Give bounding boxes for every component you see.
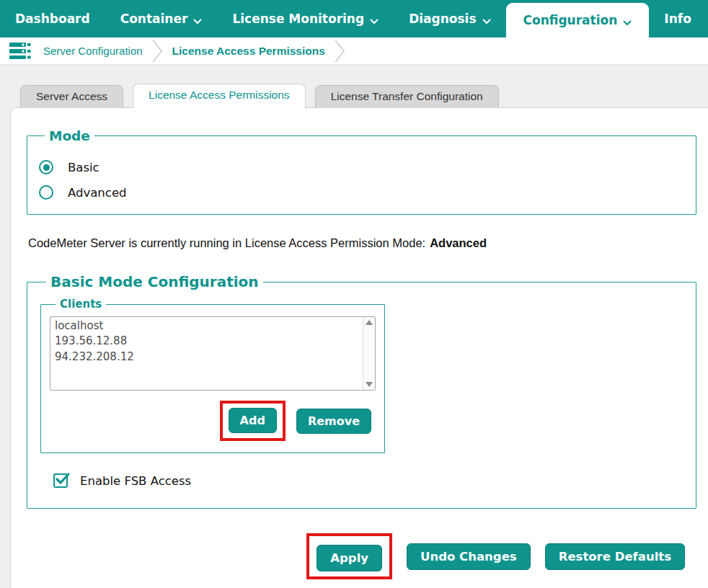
- breadcrumb-chevron-icon: [334, 39, 346, 63]
- highlight-box-add: Add: [220, 401, 286, 441]
- nav-item-dashboard[interactable]: Dashboard: [0, 0, 105, 37]
- content-area: Server Access License Access Permissions…: [0, 65, 708, 588]
- add-button[interactable]: Add: [229, 408, 277, 433]
- client-entry[interactable]: 193.56.12.88: [55, 334, 358, 349]
- client-entry[interactable]: 94.232.208.12: [55, 349, 358, 365]
- clients-fieldset: Clients localhost 193.56.12.88 94.232.20…: [40, 298, 385, 453]
- actions-row: Apply Undo Changes Restore Defaults: [27, 533, 696, 579]
- clients-legend: Clients: [56, 298, 106, 311]
- undo-changes-button[interactable]: Undo Changes: [407, 543, 531, 570]
- scroll-up-icon[interactable]: [366, 320, 373, 325]
- status-mode-value: Advanced: [430, 236, 487, 249]
- radio-basic-label: Basic: [68, 161, 99, 174]
- apply-button[interactable]: Apply: [317, 545, 382, 571]
- checkmark-icon: [55, 471, 72, 487]
- nav-item-label: License Monitoring: [232, 12, 364, 26]
- top-navbar: Dashboard Container License Monitoring D…: [0, 0, 708, 37]
- radio-advanced-label: Advanced: [68, 186, 127, 200]
- enable-fsb-access-label: Enable FSB Access: [80, 474, 191, 488]
- listbox-scrollbar[interactable]: [363, 317, 375, 390]
- tab-license-access-permissions[interactable]: License Access Permissions: [133, 84, 306, 108]
- radio-advanced[interactable]: [39, 185, 53, 200]
- nav-item-configuration[interactable]: Configuration: [506, 3, 650, 37]
- enable-fsb-access-checkbox[interactable]: [53, 473, 68, 488]
- client-buttons-row: Add Remove: [50, 401, 376, 441]
- server-stack-icon: [9, 42, 32, 61]
- mode-option-basic[interactable]: Basic: [39, 160, 696, 174]
- highlight-box-apply: Apply: [306, 533, 392, 579]
- chevron-down-icon: [370, 13, 379, 27]
- nav-item-label: Diagnosis: [409, 12, 476, 26]
- enable-fsb-access-row[interactable]: Enable FSB Access: [53, 473, 696, 488]
- basic-mode-configuration-fieldset: Basic Mode Configuration Clients localho…: [27, 273, 696, 509]
- remove-button[interactable]: Remove: [296, 409, 371, 434]
- radio-basic[interactable]: [39, 160, 53, 174]
- breadcrumb: Server Configuration License Access Perm…: [0, 37, 708, 65]
- breadcrumb-server-configuration[interactable]: Server Configuration: [43, 45, 143, 57]
- basic-mode-configuration-legend: Basic Mode Configuration: [46, 273, 263, 290]
- chevron-down-icon: [623, 14, 632, 29]
- tab-bar: Server Access License Access Permissions…: [0, 84, 708, 108]
- mode-legend: Mode: [45, 128, 94, 143]
- current-mode-status: CodeMeter Server is currently running in…: [28, 236, 696, 250]
- client-entry[interactable]: localhost: [55, 318, 358, 334]
- status-text: CodeMeter Server is currently running in…: [28, 236, 425, 249]
- breadcrumb-license-access-permissions[interactable]: License Access Permissions: [172, 45, 325, 58]
- tab-server-access[interactable]: Server Access: [20, 85, 123, 108]
- nav-item-label: Container: [120, 12, 188, 26]
- chevron-down-icon: [193, 13, 202, 27]
- clients-listbox[interactable]: localhost 193.56.12.88 94.232.208.12: [50, 316, 376, 391]
- mode-option-advanced[interactable]: Advanced: [39, 185, 696, 200]
- chevron-down-icon: [482, 13, 491, 27]
- license-access-permissions-panel: Mode Basic Advanced CodeMeter Server is …: [10, 107, 708, 588]
- scroll-down-icon[interactable]: [366, 382, 373, 387]
- nav-item-label: Dashboard: [15, 12, 90, 26]
- clients-list: localhost 193.56.12.88 94.232.208.12: [50, 317, 363, 390]
- tab-license-transfer-configuration[interactable]: License Transfer Configuration: [315, 85, 499, 108]
- mode-fieldset: Mode Basic Advanced: [27, 128, 696, 215]
- nav-item-diagnosis[interactable]: Diagnosis: [394, 0, 505, 37]
- nav-item-label: Info: [664, 12, 691, 26]
- nav-item-label: Configuration: [523, 13, 618, 27]
- breadcrumb-chevron-icon: [151, 39, 164, 63]
- restore-defaults-button[interactable]: Restore Defaults: [545, 543, 685, 570]
- nav-item-info[interactable]: Info: [649, 0, 707, 37]
- nav-item-license-monitoring[interactable]: License Monitoring: [217, 0, 394, 37]
- nav-item-container[interactable]: Container: [105, 0, 218, 37]
